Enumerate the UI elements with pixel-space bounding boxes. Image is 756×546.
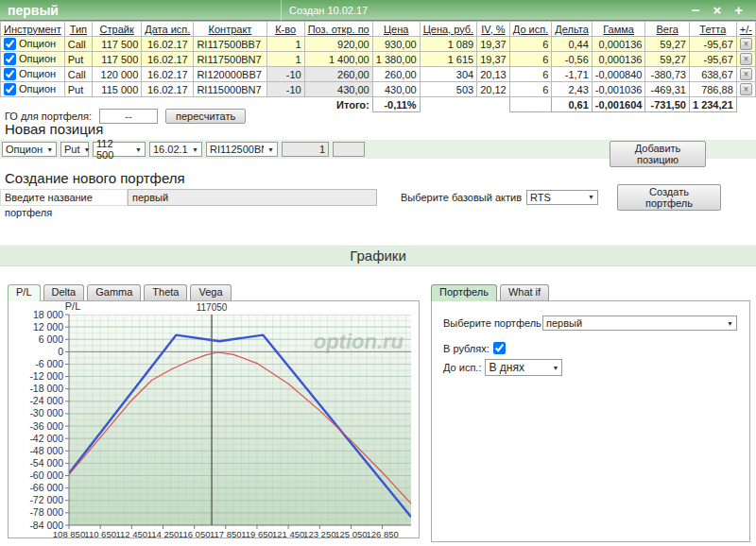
contract-select[interactable]: RI112500BN▼ (206, 142, 278, 157)
cell-type: Put (64, 52, 92, 67)
cell-vega: -469,31 (645, 82, 689, 97)
y-tick-label: 18 000 (33, 309, 63, 320)
delete-row-button[interactable]: × (740, 53, 752, 65)
instrument-select[interactable]: Опцион▼ (2, 142, 57, 157)
column-header[interactable]: IV, % (477, 22, 510, 37)
column-header[interactable]: Контракт (194, 22, 266, 37)
column-header[interactable]: К-во (266, 22, 304, 37)
cell-theta: 786,88 (689, 82, 736, 97)
cell-strike: 120 000 (93, 67, 142, 82)
qty-input[interactable]: 1 (282, 142, 329, 157)
x-tick-label: 125 050 (335, 529, 367, 537)
column-header[interactable]: Цена (372, 22, 420, 37)
cell-days: 6 (509, 67, 552, 82)
minimize-icon[interactable]: − (692, 1, 700, 20)
chevron-down-icon: ▼ (192, 146, 198, 153)
column-header[interactable]: Инструмент (1, 22, 65, 37)
row-checkbox[interactable] (4, 68, 16, 80)
portfolio-name-input[interactable]: первый (128, 189, 377, 206)
new-position-heading: Новая позиция (5, 121, 103, 137)
cell-qty[interactable]: 1 (266, 52, 304, 67)
tab-p-l[interactable]: P/L (8, 284, 41, 301)
close-icon[interactable]: × (713, 1, 721, 20)
watermark: option.ru (314, 330, 404, 353)
create-portfolio-button[interactable]: Создать портфель (617, 184, 721, 211)
cell-date: 16.02.17 (142, 67, 194, 82)
add-position-button[interactable]: Добавить позицию (610, 141, 706, 167)
expiry-select[interactable]: 16.02.17М▼ (149, 142, 202, 157)
cell-price_rub: 1 089 (420, 37, 477, 52)
table-row: ОпционPut117 50016.02.17RI117500BN711 40… (1, 52, 756, 67)
cell-qty[interactable]: -10 (266, 82, 304, 97)
portfolio-select[interactable]: первый▼ (542, 316, 737, 331)
cell-open_price[interactable]: 260,00 (304, 67, 372, 82)
type-select[interactable]: Put▼ (60, 142, 89, 157)
x-tick-label: 112 450 (116, 529, 148, 537)
chevron-down-icon: ▼ (588, 194, 594, 200)
price-input[interactable] (333, 142, 365, 157)
cell-price_rub: 1 615 (420, 52, 477, 67)
delete-row-button[interactable]: × (740, 83, 752, 95)
tab-портфель[interactable]: Портфель (431, 284, 497, 301)
y-tick-label: -36 000 (29, 420, 63, 432)
base-asset-select[interactable]: RTS▼ (526, 190, 598, 205)
row-checkbox[interactable] (4, 53, 16, 65)
x-tick-label: 123 250 (303, 529, 335, 537)
cell-contract: RI120000BB7 (194, 67, 266, 82)
row-checkbox[interactable] (4, 38, 16, 50)
column-header[interactable]: Дата исп. (142, 22, 194, 37)
cell-open_price[interactable]: 1 400,00 (304, 52, 372, 67)
cell-price: 260,00 (372, 67, 420, 82)
cell-type: Put (64, 82, 92, 97)
chart-tabs: P/LDeltaGammaThetaVega (8, 284, 234, 301)
totals-label: Итого: (304, 97, 372, 112)
cell-type: Call (64, 37, 92, 52)
add-icon[interactable]: + (734, 1, 743, 20)
row-checkbox[interactable] (4, 83, 16, 95)
x-tick-label: 126 850 (366, 529, 398, 537)
column-header[interactable]: Страйк (93, 22, 142, 37)
cell-iv: 20,13 (477, 67, 510, 82)
column-header[interactable]: Тип (64, 22, 92, 37)
cell-type: Call (64, 67, 92, 82)
column-header[interactable]: Вега (645, 22, 689, 37)
tab-what-if[interactable]: What if (500, 284, 549, 300)
delete-row-button[interactable]: × (740, 68, 752, 80)
cell-open_price[interactable]: 920,00 (304, 37, 372, 52)
delete-row-button[interactable]: × (740, 38, 752, 50)
y-tick-label: 6 000 (39, 333, 63, 345)
recalculate-button[interactable]: пересчитать (165, 109, 246, 124)
cell-gamma: 0,000136 (592, 37, 645, 52)
column-header[interactable]: +/- (736, 22, 755, 37)
y-tick-label: -42 000 (29, 433, 63, 444)
cell-qty[interactable]: -10 (266, 67, 304, 82)
cell-qty[interactable]: 1 (266, 37, 304, 52)
y-tick-label: -24 000 (29, 395, 63, 406)
totals-vega: -731,50 (645, 97, 689, 112)
y-tick-label: -60 000 (29, 469, 63, 481)
column-header[interactable]: Гамма (592, 22, 645, 37)
x-tick-label: 110 650 (84, 529, 116, 537)
select-portfolio-label: Выберите портфель (443, 317, 542, 329)
tab-vega[interactable]: Vega (190, 284, 231, 300)
y-tick-label: -54 000 (29, 457, 63, 469)
x-tick-label: 114 250 (147, 529, 180, 537)
cell-open_price[interactable]: 430,00 (304, 82, 372, 97)
cell-iv: 20,12 (477, 82, 510, 97)
x-tick-label: 116 050 (179, 529, 211, 537)
strike-select[interactable]: 112 500▼ (93, 142, 146, 157)
column-header[interactable]: Тетта (689, 22, 736, 37)
rub-checkbox[interactable] (493, 342, 506, 354)
days-select[interactable]: В днях▼ (485, 359, 562, 376)
go-value-input[interactable]: -- (99, 109, 158, 124)
cell-price_rub: 304 (420, 67, 477, 82)
tab-gamma[interactable]: Gamma (87, 284, 141, 300)
tab-delta[interactable]: Delta (43, 284, 85, 300)
tab-theta[interactable]: Theta (144, 284, 187, 300)
column-header[interactable]: Поз. откр. по (304, 22, 372, 37)
column-header[interactable]: До исп. (509, 22, 552, 37)
column-header[interactable]: Дельта (552, 22, 593, 37)
cell-theta: 638,67 (689, 67, 736, 82)
cell-strike: 117 500 (93, 52, 142, 67)
column-header[interactable]: Цена, руб. (420, 22, 477, 37)
